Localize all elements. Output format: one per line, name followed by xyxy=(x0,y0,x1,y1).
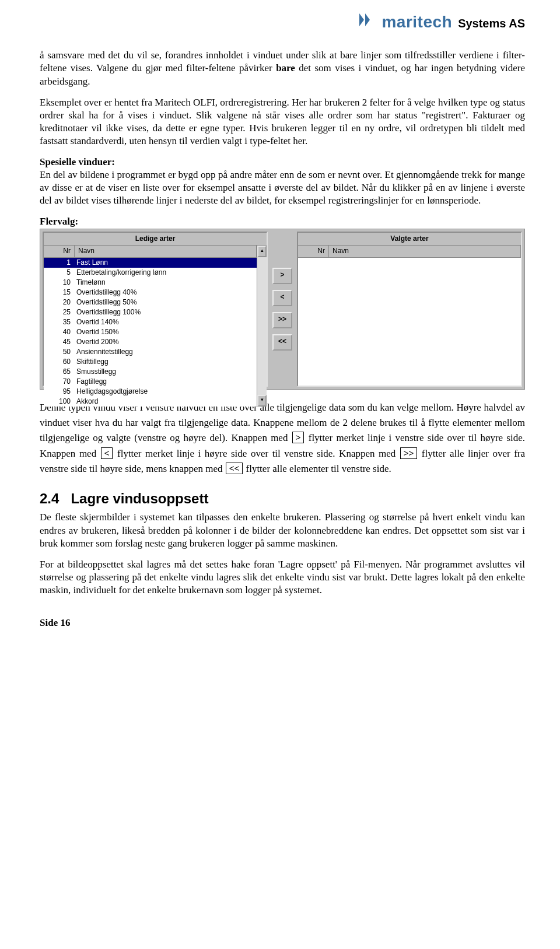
text-bold: bare xyxy=(276,62,295,73)
list-item-nr: 50 xyxy=(44,347,74,357)
body-paragraph: De fleste skjermbilder i systemet kan ti… xyxy=(40,511,525,549)
list-item-nr: 100 xyxy=(44,397,74,407)
text: flytter alle elementer til venstre side. xyxy=(243,463,391,474)
list-item-navn: Timelønn xyxy=(74,278,257,288)
list-item-navn: Overtidstillegg 100% xyxy=(74,307,257,317)
list-item-navn: Ansiennitetstillegg xyxy=(74,347,257,357)
body-paragraph: For at bildeoppsettet skal lagres må det… xyxy=(40,558,525,597)
list-item-navn: Etterbetaling/korrigering lønn xyxy=(74,268,257,278)
column-headers: Nr Navn xyxy=(298,246,521,258)
list-item[interactable]: 40Overtid 150% xyxy=(44,327,257,337)
move-left-button[interactable]: < xyxy=(272,290,292,306)
list-item-nr: 70 xyxy=(44,377,74,387)
list-item-navn: Overtidstillegg 50% xyxy=(74,297,257,307)
list-item-navn: Smusstillegg xyxy=(74,367,257,377)
dual-list-widget: Ledige arter Nr Navn 1Fast Lønn5Etterbet… xyxy=(40,229,525,390)
list-item[interactable]: 5Etterbetaling/korrigering lønn xyxy=(44,268,257,278)
svg-marker-0 xyxy=(359,13,364,26)
available-list[interactable]: 1Fast Lønn5Etterbetaling/korrigering løn… xyxy=(44,258,257,407)
subheading: Flervalg: xyxy=(40,215,525,228)
list-item-nr: 1 xyxy=(44,258,74,268)
list-item-nr: 60 xyxy=(44,357,74,367)
list-item[interactable]: 95Helligdagsgodtgjørelse xyxy=(44,387,257,397)
text: flytter merket linje i høyre side over t… xyxy=(113,448,399,459)
body-paragraph: Denne typen vindu viser i venstre halvde… xyxy=(40,400,525,477)
list-item[interactable]: 10Timelønn xyxy=(44,278,257,288)
list-item-navn: Overtidstillegg 40% xyxy=(74,288,257,297)
available-list-panel: Ledige arter Nr Navn 1Fast Lønn5Etterbet… xyxy=(43,232,268,387)
move-all-right-button[interactable]: >> xyxy=(272,312,292,328)
list-item-nr: 20 xyxy=(44,297,74,307)
section-number: 2.4 xyxy=(40,491,59,506)
inline-button-all-right: >> xyxy=(400,447,418,459)
list-item[interactable]: 20Overtidstillegg 50% xyxy=(44,297,257,307)
scroll-track[interactable] xyxy=(257,257,267,395)
move-right-button[interactable]: > xyxy=(272,268,292,284)
logo-text: maritech xyxy=(382,12,452,33)
transfer-buttons: > < >> << xyxy=(270,232,295,387)
inline-button-all-left: << xyxy=(226,463,243,474)
list-item-navn: Overtid 140% xyxy=(74,317,257,327)
column-header-nr[interactable]: Nr xyxy=(298,246,329,257)
logo-suffix: Systems AS xyxy=(458,16,525,31)
page-header: maritech Systems AS xyxy=(40,12,525,33)
text: En del av bildene i programmet er bygd o… xyxy=(40,169,525,206)
list-item[interactable]: 65Smusstillegg xyxy=(44,367,257,377)
list-item[interactable]: 35Overtid 140% xyxy=(44,317,257,327)
list-item-nr: 25 xyxy=(44,307,74,317)
list-item-nr: 65 xyxy=(44,367,74,377)
selected-list[interactable] xyxy=(298,258,521,386)
column-header-nr[interactable]: Nr xyxy=(44,246,75,257)
list-item-nr: 15 xyxy=(44,288,74,297)
selected-list-panel: Valgte arter Nr Navn xyxy=(297,232,522,387)
subheading: Spesielle vinduer: xyxy=(40,156,115,167)
list-item[interactable]: 45Overtid 200% xyxy=(44,337,257,347)
list-item-navn: Overtid 150% xyxy=(74,327,257,337)
section-title: Lagre vindusoppsett xyxy=(71,491,208,506)
inline-button-right: > xyxy=(292,432,304,443)
list-item-navn: Skifttillegg xyxy=(74,357,257,367)
list-item-nr: 40 xyxy=(44,327,74,337)
inline-button-left: < xyxy=(101,447,113,459)
column-header-navn[interactable]: Navn xyxy=(75,246,257,257)
panel-title-right: Valgte arter xyxy=(298,233,521,246)
scroll-up-icon[interactable]: ▴ xyxy=(257,246,267,257)
page-footer: Side 16 xyxy=(40,617,525,629)
list-item[interactable]: 60Skifttillegg xyxy=(44,357,257,367)
list-item-nr: 45 xyxy=(44,337,74,347)
list-item-nr: 10 xyxy=(44,278,74,288)
list-item-navn: Overtid 200% xyxy=(74,337,257,347)
svg-marker-1 xyxy=(365,13,370,26)
body-paragraph: Eksemplet over er hentet fra Maritech OL… xyxy=(40,96,525,148)
scroll-down-icon[interactable]: ▾ xyxy=(257,395,267,407)
list-item-nr: 95 xyxy=(44,387,74,397)
move-all-left-button[interactable]: << xyxy=(272,334,292,351)
list-item[interactable]: 70Fagtillegg xyxy=(44,377,257,387)
column-headers: Nr Navn xyxy=(44,246,257,258)
list-item-nr: 5 xyxy=(44,268,74,278)
logo-icon xyxy=(358,12,378,31)
list-item[interactable]: 15Overtidstillegg 40% xyxy=(44,288,257,297)
body-paragraph: å samsvare med det du vil se, forandres … xyxy=(40,49,525,87)
scrollbar[interactable]: ▴ ▾ xyxy=(257,246,267,407)
column-header-navn[interactable]: Navn xyxy=(329,246,521,257)
logo: maritech Systems AS xyxy=(358,12,525,33)
panel-title-left: Ledige arter xyxy=(44,233,267,246)
list-item[interactable]: 1Fast Lønn xyxy=(44,258,257,268)
list-item-nr: 35 xyxy=(44,317,74,327)
list-item[interactable]: 25Overtidstillegg 100% xyxy=(44,307,257,317)
list-item[interactable]: 50Ansiennitetstillegg xyxy=(44,347,257,357)
list-item-navn: Helligdagsgodtgjørelse xyxy=(74,387,257,397)
body-paragraph: Spesielle vinduer: En del av bildene i p… xyxy=(40,156,525,207)
list-item-navn: Fagtillegg xyxy=(74,377,257,387)
list-item-navn: Akkord xyxy=(74,397,257,407)
list-item-navn: Fast Lønn xyxy=(74,258,257,268)
list-item[interactable]: 100Akkord xyxy=(44,397,257,407)
section-heading: 2.4Lagre vindusoppsett xyxy=(40,489,525,507)
